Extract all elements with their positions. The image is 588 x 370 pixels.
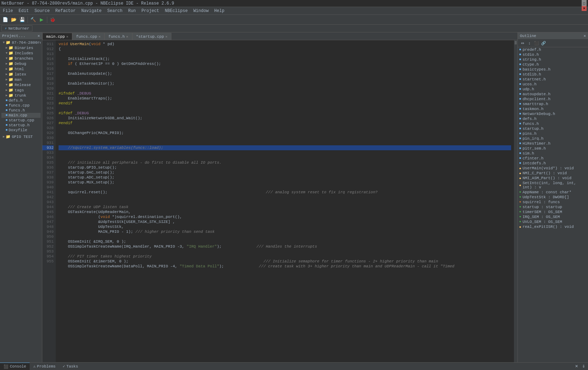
menu-item-help[interactable]: Help [211,7,227,15]
tab-startup-cpp-close[interactable]: ✕ [165,35,168,39]
outline-item-udpteststk[interactable]: ●UdpTestStk : DWORD[] [518,195,588,200]
outline-collapse-btn[interactable]: ⇔ [519,40,526,46]
tree-item-funcs-cpp[interactable]: ■ funcs.cpp [1,103,41,108]
code-editor[interactable]: 911912913914915 916917918919920 92192292… [42,40,517,362]
outline-item-startnet[interactable]: ■startnet.h [518,77,588,82]
menu-item-navigate[interactable]: Navigate [78,7,104,15]
tab-funcs-cpp[interactable]: funcs.cpp ✕ [72,33,104,40]
outline-item-intcdefs[interactable]: ■intcdefs.h [518,161,588,166]
toolbar-debug-button[interactable]: 🐞 [49,16,56,24]
outline-item-squirrel[interactable]: ●squirrel : funcs [518,200,588,205]
outline-item-nmi-asm[interactable]: ◆NMI_ASM_Part() : void [518,176,588,181]
outline-item-setintc[interactable]: ◆SetIntc(int, long, int, int) : v [518,181,588,190]
scrollbar-thumb[interactable] [515,41,517,44]
editor-scrollbar[interactable] [514,40,517,362]
menu-item-window[interactable]: Window [190,7,211,15]
tab-console[interactable]: ⬛ Console [0,363,30,370]
outline-item-basictypes[interactable]: ■basictypes.h [518,67,588,72]
tree-item-main-cpp[interactable]: ■ main.cpp [1,113,41,118]
outline-item-real-expitisfr[interactable]: ◆real_exPitISR() : void [518,224,588,229]
outline-item-autoupdate[interactable]: ■autoupdate.h [518,92,588,97]
menu-item-run[interactable]: Run [125,7,139,15]
outline-item-pins[interactable]: ■pins.h [518,131,588,136]
outline-item-nmi-c[interactable]: ◆NMI_C_Part() : void [518,171,588,176]
outline-item-dhcpclient[interactable]: ■dhcpclient.h [518,97,588,102]
tree-root[interactable]: ▼ 📁 87-764-2800rev5 [1,40,41,45]
outline-item-ucos[interactable]: ■ucos.h [518,82,588,87]
outline-item-defs[interactable]: ■defs.h [518,116,588,121]
console-scroll-lock-btn[interactable]: ⇓ [580,363,587,370]
tree-item-debug[interactable]: ▶ 📁 Debug [1,61,41,66]
outline-item-string[interactable]: ■string.h [518,57,588,62]
outline-close-icon[interactable]: ✕ [583,34,586,38]
menu-item-nbeclipse[interactable]: NBEclipse [162,7,190,15]
tree-item-branches[interactable]: ▼ 📁 branches [1,56,41,61]
outline-item-stdio[interactable]: ■stdio.h [518,52,588,57]
outline-item-startup-var[interactable]: ●startup : startup [518,205,588,210]
outline-item-irqsem[interactable]: ●IRQ_SEM : OS_SEM [518,214,588,219]
project-tab-strip: ⚡ NetBurner [0,25,588,32]
close-button[interactable]: ✕ [582,6,587,11]
tree-item-html[interactable]: ▶ 📁 html [1,66,41,72]
outline-item-ctype[interactable]: ■ctype.h [518,62,588,67]
code-content[interactable]: void UserMain(void * pd) { InitializeSta… [56,40,514,362]
toolbar-build-button[interactable]: 🔨 [29,16,37,24]
outline-item-appname[interactable]: ●AppName : const char* [518,190,588,195]
tab-funcs-h[interactable]: funcs.h ✕ [104,33,132,40]
outline-item-pitr[interactable]: ■pitr_sem.h [518,146,588,151]
tree-item-defs-h[interactable]: ■ defs.h [1,98,41,103]
outline-hide-btn[interactable]: ⬛ [533,40,540,46]
outline-sync-btn[interactable]: 🔗 [540,40,547,46]
outline-item-smarttrap[interactable]: ■smarttrap.h [518,102,588,107]
toolbar-open-button[interactable]: 📂 [10,16,18,24]
outline-item-sim[interactable]: ■sim.h [518,151,588,156]
toolbar-run-button[interactable]: ▶ [38,16,46,24]
tree-item-tags[interactable]: ▶ 📁 tags [1,87,41,93]
tree-item-funcs-h[interactable]: ■ funcs.h [1,108,41,113]
outline-item-hirestimer[interactable]: ■HiResTimer.h [518,141,588,146]
tab-startup-cpp[interactable]: *startup.cpp ✕ [132,33,171,40]
tree-item-startup-h[interactable]: ■ startup.h [1,123,41,128]
outline-item-networkdebug[interactable]: ■NetworkDebug.h [518,111,588,116]
outline-sort-btn[interactable]: ↕ [526,40,533,46]
outline-item-startup[interactable]: ■startup.h [518,126,588,131]
menu-item-refactor[interactable]: Refactor [53,7,79,15]
tab-main-cpp-close[interactable]: ✕ [66,35,68,39]
sidebar-collapse-icon[interactable]: ✕ [37,34,40,38]
tree-item-startup-cpp[interactable]: ■ startup.cpp [1,118,41,123]
tree-item-includes[interactable]: ▼ 📁 Includes [1,50,41,56]
tree-item-man[interactable]: ▶ 📁 man [1,77,41,82]
netburner-tab[interactable]: ⚡ NetBurner [1,25,32,31]
tree-item-latex[interactable]: ▶ 📁 latex [1,72,41,77]
tree-item-trunk[interactable]: ▶ 📁 trunk [1,93,41,98]
maximize-button[interactable]: □ [582,1,587,6]
menu-item-source[interactable]: Source [32,7,53,15]
outline-item-cfinter[interactable]: ■cfinter.h [518,156,588,161]
tab-funcs-h-close[interactable]: ✕ [126,35,128,39]
outline-item-udp[interactable]: ■udp.h [518,87,588,92]
tab-tasks[interactable]: ✓ Tasks [59,363,82,370]
tree-item-binaries[interactable]: ▶ 📁 Binaries [1,45,41,50]
outline-item-predef[interactable]: ■predef.h [518,47,588,52]
startup-cpp-label: startup.cpp [8,118,34,122]
outline-item-usermain-fn[interactable]: ◆UserMain(void*) : void [518,166,588,171]
outline-item-funcs[interactable]: ■funcs.h [518,121,588,126]
outline-item-uvlosem[interactable]: ●UVLO_SEM : OS_SEM [518,219,588,224]
tab-main-cpp[interactable]: main.cpp ✕ [42,33,72,40]
toolbar-new-button[interactable]: 📄 [1,16,9,24]
tab-problems[interactable]: ⚠ Problems [30,363,59,370]
console-clear-btn[interactable]: ✕ [573,363,580,370]
outline-item-stdlib[interactable]: ■stdlib.h [518,72,588,77]
menu-item-search[interactable]: Search [104,7,125,15]
tree-item-release[interactable]: ▼ 📁 Release [1,82,41,87]
menu-item-project[interactable]: Project [139,7,162,15]
outline-item-timersem[interactable]: ●timerSEM : OS_SEM [518,210,588,214]
toolbar-save-button[interactable]: 💾 [18,16,26,24]
tree-item-gpio-test[interactable]: ▶ 📁 GPIO TEST [1,134,41,139]
tab-funcs-cpp-close[interactable]: ✕ [98,35,101,39]
tree-item-doxyfile[interactable]: ■ Doxyfile [1,128,41,133]
menu-item-file[interactable]: File [0,7,16,15]
outline-item-pin-irq[interactable]: ■pin_irq.h [518,136,588,141]
menu-item-edit[interactable]: Edit [16,7,32,15]
outline-item-taskmon[interactable]: ■taskmon.h [518,107,588,111]
